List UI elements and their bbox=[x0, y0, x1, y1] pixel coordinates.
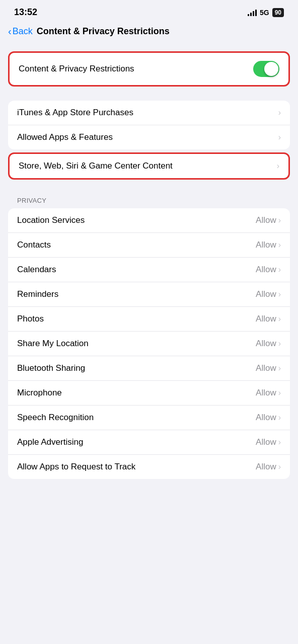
reminders-label: Reminders bbox=[17, 289, 58, 299]
back-chevron-icon: ‹ bbox=[8, 26, 12, 37]
reminders-value: Allow bbox=[256, 289, 276, 299]
chevron-icon: › bbox=[278, 413, 281, 422]
toggle-label: Content & Privacy Restrictions bbox=[19, 64, 134, 74]
chevron-icon: › bbox=[278, 339, 281, 348]
chevron-icon: › bbox=[278, 438, 281, 447]
toggle-knob bbox=[264, 62, 278, 76]
share-my-location-right: Allow › bbox=[256, 339, 281, 349]
status-bar: 13:52 5G 90 bbox=[0, 0, 298, 22]
main-content: Content & Privacy Restrictions iTunes & … bbox=[0, 43, 298, 501]
chevron-icon: › bbox=[278, 290, 281, 299]
nav-header: ‹ Back Content & Privacy Restrictions bbox=[0, 22, 298, 43]
contacts-value: Allow bbox=[256, 240, 276, 250]
allow-apps-track-right: Allow › bbox=[256, 462, 281, 472]
settings-item-microphone[interactable]: Microphone Allow › bbox=[8, 381, 290, 406]
page-title: Content & Privacy Restrictions bbox=[37, 26, 170, 37]
chevron-icon: › bbox=[278, 388, 281, 397]
privacy-settings-list: Location Services Allow › Contacts Allow… bbox=[8, 208, 290, 479]
settings-item-allowed-apps[interactable]: Allowed Apps & Features › bbox=[8, 125, 290, 149]
store-web-right: › bbox=[277, 162, 279, 171]
settings-item-store-web[interactable]: Store, Web, Siri & Game Center Content › bbox=[10, 154, 288, 178]
microphone-value: Allow bbox=[256, 388, 276, 398]
store-web-label: Store, Web, Siri & Game Center Content bbox=[19, 161, 173, 171]
microphone-label: Microphone bbox=[17, 388, 62, 398]
itunes-label: iTunes & App Store Purchases bbox=[17, 108, 133, 118]
allow-apps-track-label: Allow Apps to Request to Track bbox=[17, 462, 135, 472]
network-type: 5G bbox=[260, 9, 269, 17]
apple-advertising-right: Allow › bbox=[256, 437, 281, 447]
calendars-value: Allow bbox=[256, 265, 276, 275]
photos-label: Photos bbox=[17, 314, 44, 324]
status-time: 13:52 bbox=[14, 7, 37, 18]
photos-right: Allow › bbox=[256, 314, 281, 324]
settings-item-contacts[interactable]: Contacts Allow › bbox=[8, 233, 290, 258]
back-button[interactable]: ‹ Back bbox=[8, 26, 33, 37]
settings-item-speech-recognition[interactable]: Speech Recognition Allow › bbox=[8, 406, 290, 430]
allowed-apps-right: › bbox=[278, 133, 281, 142]
settings-item-calendars[interactable]: Calendars Allow › bbox=[8, 258, 290, 282]
chevron-icon: › bbox=[278, 265, 281, 274]
status-icons: 5G 90 bbox=[248, 8, 284, 17]
share-my-location-value: Allow bbox=[256, 339, 276, 349]
chevron-icon: › bbox=[278, 364, 281, 373]
photos-value: Allow bbox=[256, 314, 276, 324]
battery-indicator: 90 bbox=[272, 8, 284, 17]
share-my-location-label: Share My Location bbox=[17, 339, 89, 349]
location-services-right: Allow › bbox=[256, 215, 281, 225]
chevron-icon: › bbox=[278, 314, 281, 324]
store-web-section: Store, Web, Siri & Game Center Content › bbox=[8, 152, 290, 180]
itunes-right: › bbox=[278, 108, 281, 117]
contacts-label: Contacts bbox=[17, 240, 51, 250]
contacts-right: Allow › bbox=[256, 240, 281, 250]
speech-recognition-label: Speech Recognition bbox=[17, 413, 94, 423]
location-services-value: Allow bbox=[256, 215, 276, 225]
apple-advertising-label: Apple Advertising bbox=[17, 437, 83, 447]
location-services-label: Location Services bbox=[17, 215, 85, 225]
calendars-label: Calendars bbox=[17, 265, 56, 275]
content-privacy-toggle-section: Content & Privacy Restrictions bbox=[8, 51, 290, 87]
settings-item-photos[interactable]: Photos Allow › bbox=[8, 307, 290, 332]
bluetooth-sharing-right: Allow › bbox=[256, 363, 281, 373]
microphone-right: Allow › bbox=[256, 388, 281, 398]
privacy-section: PRIVACY Location Services Allow › Contac… bbox=[8, 194, 290, 479]
settings-item-apple-advertising[interactable]: Apple Advertising Allow › bbox=[8, 430, 290, 455]
settings-item-allow-apps-track[interactable]: Allow Apps to Request to Track Allow › bbox=[8, 455, 290, 479]
settings-item-itunes[interactable]: iTunes & App Store Purchases › bbox=[8, 101, 290, 125]
toggle-row[interactable]: Content & Privacy Restrictions bbox=[10, 53, 288, 85]
settings-item-location-services[interactable]: Location Services Allow › bbox=[8, 208, 290, 233]
chevron-icon: › bbox=[277, 162, 279, 171]
calendars-right: Allow › bbox=[256, 265, 281, 275]
settings-item-share-my-location[interactable]: Share My Location Allow › bbox=[8, 332, 290, 356]
signal-icon bbox=[248, 9, 257, 16]
reminders-right: Allow › bbox=[256, 289, 281, 299]
privacy-section-header: PRIVACY bbox=[8, 194, 290, 208]
speech-recognition-value: Allow bbox=[256, 413, 276, 423]
content-privacy-toggle[interactable] bbox=[253, 61, 279, 77]
bluetooth-sharing-label: Bluetooth Sharing bbox=[17, 363, 85, 373]
allow-apps-track-value: Allow bbox=[256, 462, 276, 472]
chevron-icon: › bbox=[278, 216, 281, 225]
chevron-icon: › bbox=[278, 133, 281, 142]
chevron-icon: › bbox=[278, 240, 281, 250]
main-settings-list: iTunes & App Store Purchases › Allowed A… bbox=[8, 101, 290, 149]
chevron-icon: › bbox=[278, 108, 281, 117]
settings-item-bluetooth-sharing[interactable]: Bluetooth Sharing Allow › bbox=[8, 356, 290, 381]
apple-advertising-value: Allow bbox=[256, 437, 276, 447]
chevron-icon: › bbox=[278, 462, 281, 471]
bluetooth-sharing-value: Allow bbox=[256, 363, 276, 373]
allowed-apps-label: Allowed Apps & Features bbox=[17, 132, 113, 142]
settings-item-reminders[interactable]: Reminders Allow › bbox=[8, 282, 290, 307]
back-label: Back bbox=[13, 26, 33, 37]
speech-recognition-right: Allow › bbox=[256, 413, 281, 423]
